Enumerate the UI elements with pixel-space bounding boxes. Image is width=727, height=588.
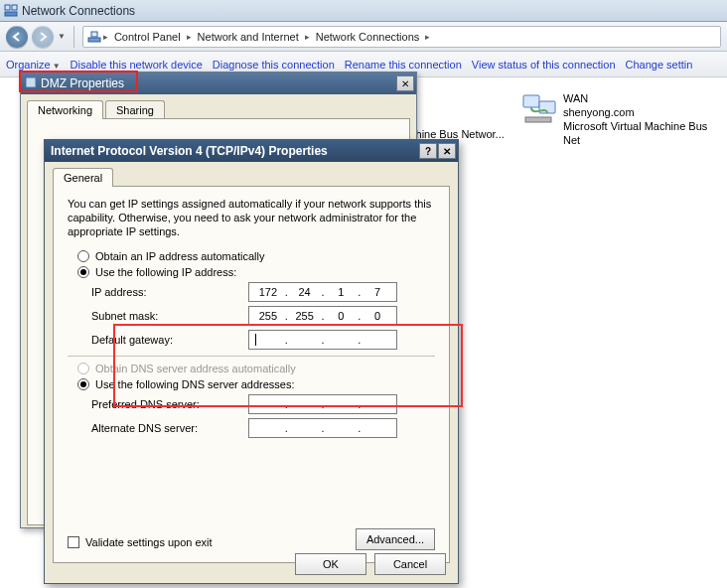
- breadcrumb[interactable]: ▸ Control Panel ▸ Network and Internet ▸…: [82, 26, 721, 48]
- advanced-button[interactable]: Advanced...: [356, 528, 435, 550]
- ip-address-input[interactable]: 172. 24. 1. 7: [248, 282, 397, 302]
- dmz-titlebar[interactable]: DMZ Properties ✕: [21, 73, 416, 94]
- nav-toolbar: ▼ ▸ Control Panel ▸ Network and Internet…: [0, 22, 727, 52]
- ipv4-description: You can get IP settings assigned automat…: [68, 197, 435, 238]
- validate-settings-checkbox[interactable]: [68, 536, 79, 548]
- svg-rect-8: [26, 77, 36, 87]
- tab-networking[interactable]: Networking: [27, 100, 103, 119]
- label-ip-address: IP address:: [91, 286, 240, 298]
- chevron-right-icon[interactable]: ▸: [101, 32, 110, 42]
- tab-general[interactable]: General: [53, 168, 113, 187]
- network-adapter-icon: [521, 91, 557, 127]
- svg-rect-2: [12, 5, 17, 10]
- label-subnet-mask: Subnet mask:: [91, 310, 240, 322]
- ipv4-titlebar[interactable]: Internet Protocol Version 4 (TCP/IPv4) P…: [45, 140, 458, 162]
- help-icon: ?: [425, 146, 431, 157]
- ipv4-properties-dialog: Internet Protocol Version 4 (TCP/IPv4) P…: [44, 139, 459, 584]
- chevron-right-icon[interactable]: ▸: [423, 32, 432, 42]
- organize-menu[interactable]: Organize▼: [6, 59, 61, 71]
- default-gateway-input[interactable]: . . .: [248, 330, 397, 350]
- svg-rect-7: [525, 117, 551, 122]
- breadcrumb-network-connections[interactable]: Network Connections: [312, 31, 424, 43]
- ipv4-tab-body: You can get IP settings assigned automat…: [53, 186, 450, 563]
- view-status-link[interactable]: View status of this connection: [472, 59, 616, 71]
- change-settings-link[interactable]: Change settin: [626, 59, 693, 71]
- radio-obtain-ip-auto[interactable]: [77, 250, 89, 262]
- connection-item-wan[interactable]: WAN shenyong.com Microsoft Virtual Machi…: [521, 91, 727, 147]
- help-button[interactable]: ?: [419, 143, 437, 159]
- network-icon: [87, 30, 101, 44]
- radio-use-following-ip[interactable]: [77, 266, 89, 278]
- rename-connection-link[interactable]: Rename this connection: [345, 59, 462, 71]
- radio-obtain-dns-auto-label: Obtain DNS server address automatically: [95, 363, 296, 374]
- label-preferred-dns: Preferred DNS server:: [91, 398, 240, 410]
- back-button[interactable]: [6, 26, 28, 48]
- breadcrumb-control-panel[interactable]: Control Panel: [110, 31, 185, 43]
- svg-rect-1: [5, 5, 10, 10]
- connection-domain: shenyong.com: [563, 105, 727, 119]
- validate-settings-label: Validate settings upon exit: [85, 536, 213, 548]
- breadcrumb-network-internet[interactable]: Network and Internet: [194, 31, 303, 43]
- subnet-mask-input[interactable]: 255. 255. 0. 0: [248, 306, 397, 326]
- tab-sharing[interactable]: Sharing: [105, 100, 165, 119]
- disable-device-link[interactable]: Disable this network device: [71, 59, 203, 71]
- close-icon: ✕: [443, 146, 451, 157]
- connection-name: WAN: [563, 91, 727, 105]
- svg-rect-3: [88, 38, 100, 42]
- connection-adapter: Microsoft Virtual Machine Bus Net: [563, 119, 727, 147]
- properties-icon: [25, 76, 37, 91]
- close-button[interactable]: ✕: [396, 75, 414, 91]
- label-alternate-dns: Alternate DNS server:: [91, 422, 240, 434]
- cancel-button[interactable]: Cancel: [374, 553, 446, 575]
- svg-rect-0: [5, 12, 17, 16]
- radio-obtain-ip-auto-label: Obtain an IP address automatically: [95, 250, 264, 262]
- label-default-gateway: Default gateway:: [91, 334, 240, 346]
- radio-use-following-ip-label: Use the following IP address:: [95, 266, 236, 278]
- toolbar-separator: [73, 26, 74, 48]
- ok-button[interactable]: OK: [295, 553, 366, 575]
- history-dropdown-icon[interactable]: ▼: [58, 32, 66, 41]
- network-connections-icon: [4, 4, 18, 18]
- chevron-right-icon[interactable]: ▸: [185, 32, 194, 42]
- diagnose-connection-link[interactable]: Diagnose this connection: [213, 59, 335, 71]
- radio-use-following-dns[interactable]: [77, 378, 89, 390]
- preferred-dns-input[interactable]: ...: [248, 394, 397, 414]
- chevron-right-icon[interactable]: ▸: [303, 32, 312, 42]
- radio-obtain-dns-auto: [77, 363, 89, 374]
- svg-rect-5: [523, 95, 539, 107]
- svg-rect-4: [91, 32, 97, 37]
- ipv4-window-title: Internet Protocol Version 4 (TCP/IPv4) P…: [51, 144, 328, 158]
- dmz-window-title: DMZ Properties: [41, 76, 124, 90]
- main-window-title: Network Connections: [22, 4, 135, 18]
- alternate-dns-input[interactable]: ...: [248, 418, 397, 438]
- radio-use-following-dns-label: Use the following DNS server addresses:: [95, 378, 295, 390]
- forward-button[interactable]: [32, 26, 54, 48]
- close-icon: ✕: [401, 78, 409, 89]
- close-button[interactable]: ✕: [438, 143, 456, 159]
- main-window-titlebar: Network Connections: [0, 0, 727, 22]
